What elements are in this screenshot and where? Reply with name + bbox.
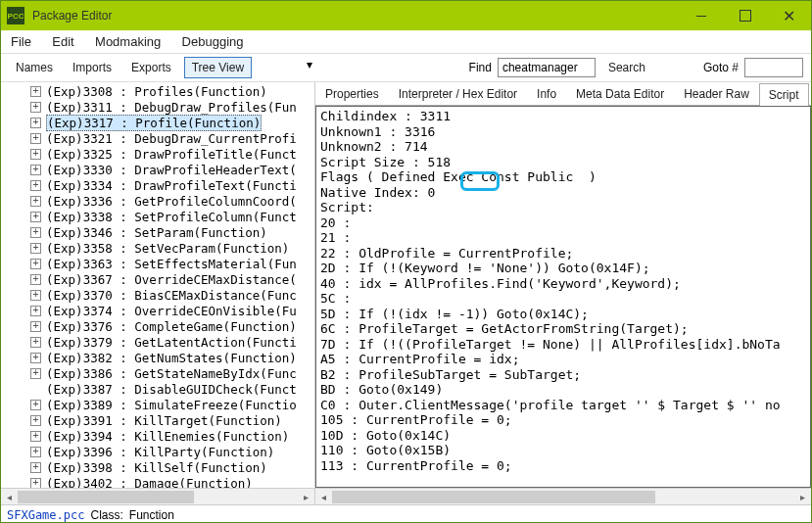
search-button[interactable]: Search [601, 58, 652, 77]
scroll-thumb[interactable] [332, 491, 655, 503]
tree-node[interactable]: +(Exp)3370 : BiasCEMaxDistance(Func [3, 287, 314, 303]
tree-node-label: (Exp)3358 : SetVecParam(Function) [46, 241, 289, 256]
toolbar-treeview[interactable]: Tree View [184, 57, 252, 78]
expand-icon[interactable]: + [30, 86, 41, 97]
tree-node[interactable]: +(Exp)3358 : SetVecParam(Function) [3, 240, 314, 256]
tree-node[interactable]: +(Exp)3374 : OverrideCEOnVisible(Fu [3, 303, 314, 318]
expand-icon[interactable]: + [30, 212, 41, 222]
tree-node[interactable]: +(Exp)3308 : Profiles(Function) [3, 83, 314, 99]
tab-properties[interactable]: Properties [315, 82, 389, 105]
tree-node[interactable]: +(Exp)3338 : SetProfileColumn(Funct [3, 209, 314, 224]
expand-icon[interactable]: + [30, 180, 41, 191]
tree-node[interactable]: +(Exp)3394 : KillEnemies(Function) [3, 428, 314, 444]
tree-node[interactable]: +(Exp)3325 : DrawProfileTitle(Funct [3, 146, 314, 162]
tree-node[interactable]: +(Exp)3367 : OverrideCEMaxDistance( [3, 271, 314, 287]
toolbar-exports[interactable]: Exports [124, 58, 178, 77]
scroll-left-icon[interactable]: ◂ [315, 489, 332, 505]
expand-icon[interactable]: + [30, 290, 41, 301]
tree-hscrollbar[interactable]: ◂ ▸ [1, 488, 314, 504]
tree-node[interactable]: +(Exp)3334 : DrawProfileText(Functi [3, 177, 314, 193]
tree-node[interactable]: +(Exp)3382 : GetNumStates(Function) [3, 350, 314, 365]
tree-node-label: (Exp)3367 : OverrideCEMaxDistance( [46, 272, 297, 287]
menu-file[interactable]: File [11, 34, 31, 49]
tree-node[interactable]: +(Exp)3321 : DebugDraw_CurrentProfi [3, 130, 314, 146]
tree-node-label: (Exp)3387 : DisableGUIDCheck(Funct [46, 382, 297, 397]
expand-icon[interactable]: + [30, 431, 41, 442]
tree-node-label: (Exp)3308 : Profiles(Function) [46, 84, 267, 99]
tree-node[interactable]: +(Exp)3363 : SetEffectsMaterial(Fun [3, 256, 314, 271]
tab-headerraw[interactable]: Header Raw [674, 82, 759, 105]
tree-node[interactable]: (Exp)3387 : DisableGUIDCheck(Funct [3, 381, 314, 397]
titlebar: PCC Package Editor ✕ [1, 1, 811, 30]
scroll-thumb[interactable] [18, 491, 194, 503]
status-class-value: Function [129, 508, 174, 522]
expand-icon[interactable]: + [30, 243, 41, 254]
tree-node-label: (Exp)3382 : GetNumStates(Function) [46, 351, 297, 365]
scroll-left-icon[interactable]: ◂ [1, 489, 18, 505]
tree-node[interactable]: +(Exp)3389 : SimulateFreeze(Functio [3, 397, 314, 412]
expand-icon[interactable]: + [30, 133, 41, 144]
tree-node[interactable]: +(Exp)3336 : GetProfileColumnCoord( [3, 193, 314, 209]
tab-script[interactable]: Script [759, 83, 809, 106]
tree-node-label: (Exp)3398 : KillSelf(Function) [46, 460, 267, 475]
menu-debugging[interactable]: Debugging [182, 34, 244, 49]
expand-icon[interactable]: + [30, 165, 41, 175]
expand-icon[interactable]: + [30, 259, 41, 269]
expand-icon[interactable]: + [30, 274, 41, 285]
app-icon: PCC [7, 7, 24, 24]
exec-highlight [460, 171, 500, 191]
tree-node-label: (Exp)3402 : Damage(Function) [46, 476, 253, 489]
tree-node[interactable]: +(Exp)3330 : DrawProfileHeaderText( [3, 162, 314, 177]
tree-node-label: (Exp)3317 : Profile(Function) [46, 115, 262, 131]
tree-node[interactable]: +(Exp)3398 : KillSelf(Function) [3, 459, 314, 475]
tree-node[interactable]: +(Exp)3391 : KillTarget(Function) [3, 412, 314, 428]
toolbar-names[interactable]: Names [9, 58, 60, 77]
expand-icon[interactable]: + [30, 118, 41, 128]
goto-input[interactable] [744, 58, 803, 77]
tab-metadata[interactable]: Meta Data Editor [566, 82, 674, 105]
tree-node[interactable]: +(Exp)3396 : KillParty(Function) [3, 444, 314, 459]
menubar: File Edit Modmaking Debugging [1, 30, 811, 54]
expand-icon[interactable]: + [30, 321, 41, 332]
tab-interpreter[interactable]: Interpreter / Hex Editor [389, 82, 527, 105]
expand-icon[interactable]: + [30, 400, 41, 410]
expand-icon[interactable]: + [30, 447, 41, 457]
window-title: Package Editor [32, 9, 112, 23]
expand-icon[interactable]: + [30, 415, 41, 426]
tree-node-label: (Exp)3338 : SetProfileColumn(Funct [46, 210, 297, 224]
tree-node[interactable]: +(Exp)3386 : GetStateNameByIdx(Func [3, 365, 314, 381]
menu-edit[interactable]: Edit [52, 34, 73, 49]
expand-icon[interactable]: + [30, 337, 41, 348]
tree-node[interactable]: +(Exp)3379 : GetLatentAction(Functi [3, 334, 314, 350]
close-button[interactable]: ✕ [767, 1, 811, 30]
statusbar: SFXGame.pcc Class: Function [1, 504, 811, 523]
tree-node[interactable]: +(Exp)3311 : DebugDraw_Profiles(Fun [3, 99, 314, 115]
script-hscrollbar[interactable]: ◂ ▸ [315, 488, 811, 504]
tab-info[interactable]: Info [527, 82, 566, 105]
minimize-button[interactable] [679, 1, 723, 30]
tree-node-label: (Exp)3336 : GetProfileColumnCoord( [46, 194, 297, 209]
expand-icon[interactable]: + [30, 368, 41, 379]
toolbar-dropdown[interactable]: ▾ [258, 58, 314, 77]
tree-panel: +(Exp)3308 : Profiles(Function)+(Exp)331… [1, 82, 315, 504]
expand-icon[interactable]: + [30, 102, 41, 113]
toolbar-imports[interactable]: Imports [66, 58, 119, 77]
scroll-right-icon[interactable]: ▸ [298, 489, 314, 505]
expand-icon[interactable]: + [30, 196, 41, 207]
tree-node[interactable]: +(Exp)3376 : CompleteGame(Function) [3, 318, 314, 334]
maximize-button[interactable] [723, 1, 767, 30]
search-input[interactable]: cheatmanager [498, 58, 596, 77]
tree-node[interactable]: +(Exp)3346 : SetParam(Function) [3, 224, 314, 240]
tree-node-label: (Exp)3386 : GetStateNameByIdx(Func [46, 366, 297, 381]
tree-node[interactable]: +(Exp)3317 : Profile(Function) [3, 115, 314, 130]
tree-node[interactable]: +(Exp)3402 : Damage(Function) [3, 475, 314, 488]
expand-icon[interactable]: + [30, 149, 41, 160]
expand-icon[interactable]: + [30, 306, 41, 316]
script-view[interactable]: Childindex : 3311 Unknown1 : 3316 Unknow… [315, 106, 811, 488]
expand-icon[interactable]: + [30, 478, 41, 489]
menu-modmaking[interactable]: Modmaking [95, 34, 161, 49]
scroll-right-icon[interactable]: ▸ [794, 489, 811, 505]
expand-icon[interactable]: + [30, 462, 41, 473]
expand-icon[interactable]: + [30, 353, 41, 363]
expand-icon[interactable]: + [30, 227, 41, 238]
